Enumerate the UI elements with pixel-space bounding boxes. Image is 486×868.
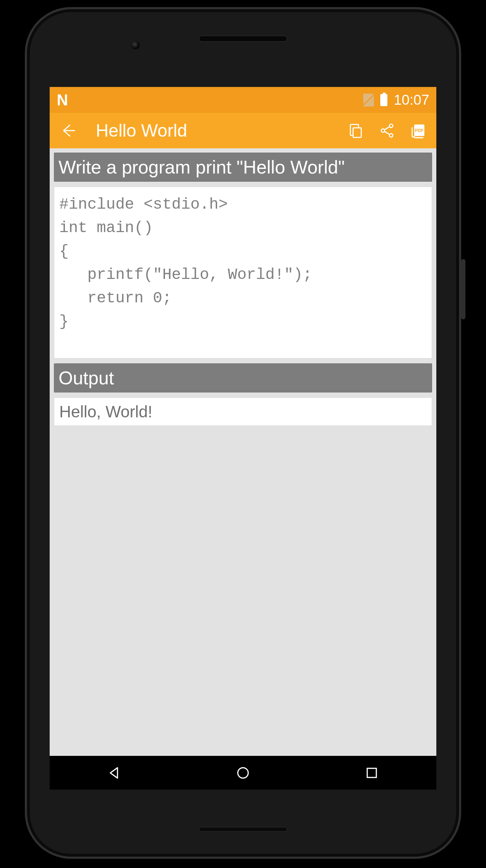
android-n-icon: N [57, 91, 67, 109]
svg-rect-0 [353, 128, 361, 137]
nav-back-button[interactable] [104, 763, 125, 783]
pdf-icon: PDF [410, 122, 426, 139]
app-bar: Hello World [50, 113, 436, 148]
arrow-left-icon [60, 122, 76, 139]
status-clock: 10:07 [394, 92, 429, 108]
back-button[interactable] [57, 120, 78, 141]
output-block: Hello, World! [54, 397, 432, 426]
svg-point-1 [390, 124, 393, 128]
share-icon [379, 122, 395, 139]
code-block[interactable]: #include <stdio.h> int main() { printf("… [54, 187, 432, 358]
android-nav-bar [50, 756, 436, 790]
share-button[interactable] [377, 120, 397, 141]
svg-point-3 [390, 134, 393, 137]
phone-camera [131, 41, 140, 49]
copy-button[interactable] [346, 120, 366, 141]
phone-bottom-speaker [199, 827, 287, 832]
phone-speaker [199, 35, 287, 42]
battery-charging-icon [380, 94, 387, 106]
phone-frame: N 10:07 Hello World [25, 7, 461, 859]
problem-header: Write a program print "Hello World" [54, 153, 432, 182]
page-title: Hello World [89, 120, 335, 141]
copy-icon [348, 122, 364, 139]
screen: N 10:07 Hello World [50, 87, 436, 790]
svg-rect-7 [367, 768, 376, 778]
triangle-back-icon [106, 765, 122, 781]
svg-point-2 [381, 129, 385, 132]
no-sim-icon [363, 94, 374, 106]
status-bar: N 10:07 [50, 87, 436, 113]
nav-recents-button[interactable] [361, 763, 382, 783]
circle-home-icon [235, 765, 251, 781]
nav-home-button[interactable] [233, 763, 253, 783]
pdf-button[interactable]: PDF [408, 120, 429, 141]
square-recents-icon [364, 765, 380, 781]
svg-point-6 [238, 768, 248, 778]
output-header: Output [54, 363, 432, 392]
content-area[interactable]: Write a program print "Hello World" #inc… [50, 148, 436, 756]
svg-text:PDF: PDF [415, 128, 424, 133]
power-button[interactable] [461, 259, 465, 319]
